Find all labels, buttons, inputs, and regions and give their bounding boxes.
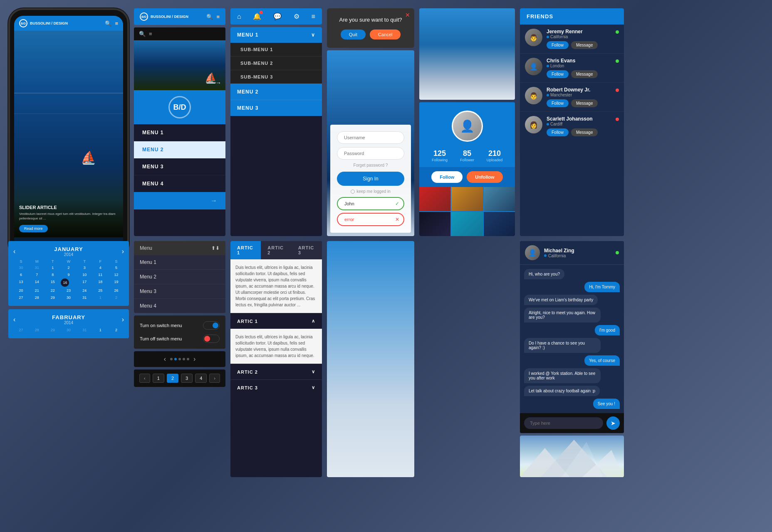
read-more-button[interactable]: Read more xyxy=(19,225,48,232)
dot-4[interactable] xyxy=(183,358,185,360)
menu-list-icon[interactable]: ≡ xyxy=(149,31,152,37)
username-input[interactable] xyxy=(337,131,404,144)
cal-day-25[interactable]: 25 xyxy=(93,287,108,294)
cal-day-22[interactable]: 22 xyxy=(45,287,60,294)
valid-input[interactable] xyxy=(337,197,404,210)
dropdown-menu2[interactable]: MENU 2 xyxy=(230,84,322,100)
acc-item-4[interactable]: Menu 4 xyxy=(134,299,225,313)
home-icon[interactable]: ⌂ xyxy=(237,13,241,20)
cal-day-16-today[interactable]: 16 xyxy=(61,278,69,287)
message-button-2[interactable]: Message xyxy=(571,70,598,78)
accordion-toggle-icon[interactable]: ⬆⬇ xyxy=(211,245,220,251)
article-tab-3[interactable]: ARTIC 3 xyxy=(292,241,322,259)
dropdown-menu1[interactable]: MENU 1 ∨ xyxy=(230,27,322,43)
topbar1-search-icon[interactable]: 🔍 xyxy=(206,14,213,20)
acc-item-1[interactable]: Menu 1 xyxy=(134,255,225,270)
toggle-switch-off[interactable] xyxy=(203,335,220,343)
submenu-1[interactable]: SUB-MENU 1 xyxy=(230,43,322,57)
chat-icon[interactable]: 💬 xyxy=(273,12,282,20)
cancel-button[interactable]: Cancel xyxy=(370,30,401,39)
pagination-prev-button[interactable]: ‹ xyxy=(139,374,150,383)
gallery-item-5[interactable] xyxy=(451,212,482,236)
menu-item-4[interactable]: MENU 4 xyxy=(134,175,225,192)
keep-logged-checkbox[interactable] xyxy=(351,190,355,194)
feb-day-29[interactable]: 29 xyxy=(45,327,60,333)
list-icon[interactable]: ≡ xyxy=(312,13,315,20)
toggle-switch-on[interactable] xyxy=(203,321,220,330)
dialog-close-icon[interactable]: ✕ xyxy=(405,12,410,18)
gallery-item-3[interactable] xyxy=(484,187,515,211)
jan-prev-arrow[interactable]: ‹ xyxy=(13,248,15,255)
phone-search-icon[interactable]: 🔍 xyxy=(105,20,111,27)
feb-day-27[interactable]: 27 xyxy=(13,327,29,333)
article-acc-1-header[interactable]: ARTIC 1 ∧ xyxy=(230,313,322,329)
submenu-2[interactable]: SUB-MENU 2 xyxy=(230,57,322,70)
cal-day-19[interactable]: 19 xyxy=(109,278,124,287)
cal-day-5[interactable]: 5 xyxy=(109,264,124,271)
menu-search-icon[interactable]: 🔍 xyxy=(139,31,146,37)
cal-day-27[interactable]: 27 xyxy=(13,294,29,301)
cal-day-10[interactable]: 10 xyxy=(77,271,92,278)
cal-day-23[interactable]: 23 xyxy=(61,287,76,294)
feb-day-2[interactable]: 2 xyxy=(109,327,124,333)
cal-day-7[interactable]: 7 xyxy=(29,271,45,278)
follow-button-1[interactable]: Follow xyxy=(547,41,569,49)
cal-day-8[interactable]: 8 xyxy=(45,271,60,278)
follow-button-4[interactable]: Follow xyxy=(547,128,569,136)
dot-nav-next-arrow[interactable]: › xyxy=(193,355,195,363)
dot-2-active[interactable] xyxy=(174,358,177,360)
cal-day-14[interactable]: 14 xyxy=(29,278,45,287)
unfollow-button[interactable]: Unfollow xyxy=(467,171,502,183)
cal-day-3[interactable]: 3 xyxy=(77,264,92,271)
acc-item-3[interactable]: Menu 3 xyxy=(134,284,225,299)
gallery-item-4[interactable] xyxy=(419,212,450,236)
follow-profile-button[interactable]: Follow xyxy=(431,171,463,183)
feb-day-30[interactable]: 30 xyxy=(61,327,76,333)
cal-day-31[interactable]: 31 xyxy=(29,264,45,271)
menu-item-3[interactable]: MENU 3 xyxy=(134,158,225,175)
dropdown-menu3[interactable]: MENU 3 xyxy=(230,100,322,116)
page-button-2-active[interactable]: 2 xyxy=(167,374,178,383)
cal-day-29[interactable]: 29 xyxy=(45,294,60,301)
chat-send-button[interactable]: ➤ xyxy=(606,416,620,430)
gallery-item-6[interactable] xyxy=(484,212,515,236)
page-button-4[interactable]: 4 xyxy=(195,374,207,383)
menu-item-1[interactable]: MENU 1 xyxy=(134,124,225,141)
dot-3[interactable] xyxy=(178,358,181,360)
cal-day-18[interactable]: 18 xyxy=(93,278,108,287)
menu-bottom-arrow[interactable]: → xyxy=(134,192,225,209)
cal-day-2[interactable]: 2 xyxy=(61,264,76,271)
article-acc-3-header[interactable]: ARTIC 3 ∨ xyxy=(230,379,322,395)
cal-day-24[interactable]: 24 xyxy=(77,287,92,294)
error-input[interactable] xyxy=(337,213,404,226)
cal-day-12[interactable]: 12 xyxy=(109,271,124,278)
article-tab-1-active[interactable]: ARTIC 1 xyxy=(230,241,261,259)
cal-day-1[interactable]: 1 xyxy=(45,264,60,271)
cal-day-30[interactable]: 30 xyxy=(13,264,29,271)
menu-item-2[interactable]: MENU 2 xyxy=(134,141,225,158)
forget-password-link[interactable]: Forget password ? xyxy=(337,163,404,167)
pagination-next-button[interactable]: › xyxy=(209,374,220,383)
cal-day-21[interactable]: 21 xyxy=(29,287,45,294)
page-button-3[interactable]: 3 xyxy=(181,374,193,383)
cal-day-26[interactable]: 26 xyxy=(109,287,124,294)
feb-day-1[interactable]: 1 xyxy=(93,327,108,333)
feb-next-arrow[interactable]: › xyxy=(122,316,124,323)
quit-button[interactable]: Quit xyxy=(341,30,366,39)
follow-button-3[interactable]: Follow xyxy=(547,99,569,107)
jan-next-arrow[interactable]: › xyxy=(122,248,124,255)
cal-day-4[interactable]: 4 xyxy=(93,264,108,271)
phone-menu-icon[interactable]: ≡ xyxy=(115,20,118,27)
message-button-1[interactable]: Message xyxy=(571,41,598,49)
acc-item-2[interactable]: Menu 2 xyxy=(134,270,225,284)
menu-arrow-icon[interactable]: → xyxy=(215,79,221,86)
page-button-1[interactable]: 1 xyxy=(153,374,164,383)
feb-day-28[interactable]: 28 xyxy=(29,327,45,333)
cal-day-2b[interactable]: 2 xyxy=(109,294,124,301)
dot-1[interactable] xyxy=(170,358,173,360)
cal-day-6[interactable]: 6 xyxy=(13,271,29,278)
article-acc-2-header[interactable]: ARTIC 2 ∨ xyxy=(230,364,322,379)
feb-prev-arrow[interactable]: ‹ xyxy=(13,316,15,323)
cal-day-17[interactable]: 17 xyxy=(77,278,92,287)
password-input[interactable] xyxy=(337,147,404,160)
